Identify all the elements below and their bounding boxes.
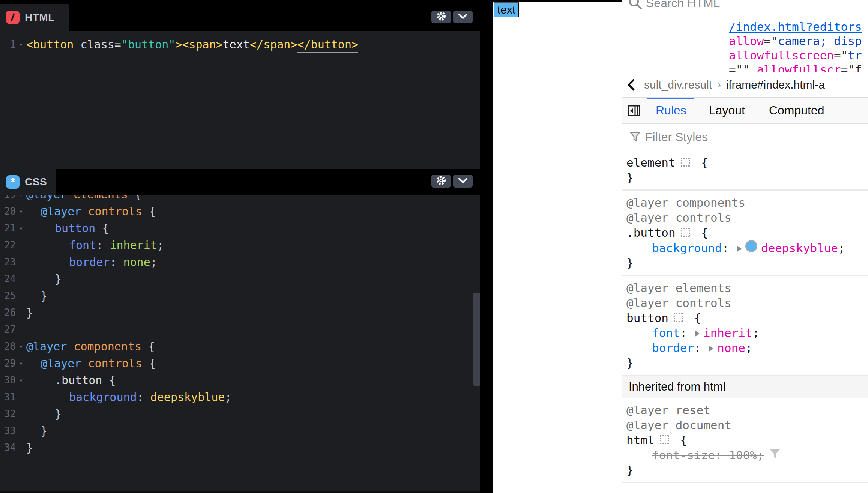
code-segment: ="" [729,63,757,72]
code-segment: camera; disp [778,34,862,48]
css-collapse-button[interactable] [453,175,473,188]
css-settings-button[interactable] [431,175,451,188]
filter-styles-input[interactable]: Filter Styles [622,124,868,150]
code-text: button { [626,310,701,325]
html-settings-button[interactable] [431,11,451,23]
breadcrumb-item-result[interactable]: sult_div.result [644,78,712,91]
code-segment: @layer reset [626,403,710,417]
code-fold-icon[interactable]: ▾ [16,195,26,203]
code-text: .button { [26,372,116,389]
code-text: @layer controls { [26,203,156,220]
rule-line: } [626,463,868,478]
breadcrumb-divider [640,72,640,97]
rule-layer-reset[interactable]: @layer reset@layer documenthtml {font-si… [622,398,868,483]
code-text: border: none; [26,254,157,271]
breadcrumb-item-iframe[interactable]: iframe#index.html-a [726,78,825,91]
css-code-editor[interactable]: 19▾@layer elements {20▾@layer controls {… [0,195,480,484]
code-segment: deepskyblue [150,391,225,404]
code-fold-icon[interactable]: ▾ [16,355,26,372]
active-tab-indicator [647,98,694,99]
code-segment: } [26,441,33,454]
line-number: 34 [0,439,16,456]
rule-line: background: deepskyblue; [626,240,868,255]
code-fold-spacer [16,304,26,321]
code-segment: @layer document [626,418,731,432]
code-segment: border [652,341,694,355]
breadcrumb: sult_div.result › iframe#index.html-a [622,72,868,98]
code-fold-icon[interactable]: ▾ [16,372,26,389]
line-number: 26 [0,304,16,321]
code-fold-icon[interactable]: ▾ [16,338,26,355]
code-segment: > [175,38,182,51]
rules-view: element {} @layer components@layer contr… [622,150,868,483]
code-text: html { [626,433,687,448]
code-segment: @layer elements [626,281,731,295]
rendered-demo-button[interactable]: text [494,2,519,17]
line-number: 25 [0,287,16,304]
line-number: 20 [0,203,16,220]
dotted-icon [681,158,690,167]
editor-bottom-edge [0,491,480,493]
rule-layer-components[interactable]: @layer components@layer controls.button … [622,191,868,276]
code-fold-icon[interactable]: ▾ [16,36,26,53]
rule-line: @layer elements [626,280,868,295]
html-collapse-button[interactable] [453,11,473,23]
markup-view[interactable]: /index.html?editorsallow="camera; dispal… [622,14,868,72]
funnel-icon [629,131,641,143]
search-icon [628,0,643,12]
code-fold-spacer [16,389,26,406]
code-segment: allowfullscreen [729,48,834,62]
code-fold-spacer [16,287,26,304]
breadcrumb-back-button[interactable] [622,72,640,97]
css-editor-scrollbar[interactable] [473,293,480,386]
devtools-panel: Search HTML /index.html?editorsallow="ca… [622,0,868,493]
rule-layer-elements[interactable]: @layer elements@layer controlsbutton {fo… [622,276,868,376]
code-fold-icon[interactable]: ▾ [16,220,26,237]
tab-computed[interactable]: Computed [769,104,824,117]
dotted-icon [681,228,690,237]
code-text: } [26,271,62,287]
line-number: 24 [0,271,16,287]
editor-column: HTML 1▾<button class="button"><span>text… [0,0,480,493]
code-text: @layer reset [626,403,710,418]
rule-line: @layer document [626,418,868,433]
css-code-line: 21▾button { [0,220,480,237]
code-segment: : [722,241,736,255]
rule-element[interactable]: element {} [622,150,868,191]
exp-icon[interactable] [709,345,713,352]
code-segment: allowfullscr [757,63,841,72]
code-segment: html [626,433,655,447]
dotted-icon [660,435,669,444]
dotted-icon [674,313,683,322]
code-text: element { [626,155,708,170]
code-segment: =" [834,48,848,62]
code-segment [81,357,88,370]
code-text: border: none; [626,340,752,355]
html-code-editor[interactable]: 1▾<button class="button"><span>text</spa… [0,31,480,169]
devtools-search-bar[interactable]: Search HTML [622,0,868,14]
code-segment: { [694,156,708,169]
sidebar-toggle-button[interactable] [628,105,640,117]
rule-line: } [626,255,868,270]
rule-line: font: inherit; [626,325,868,340]
code-segment: { [95,222,109,235]
tab-layout[interactable]: Layout [709,104,745,117]
exp-icon[interactable] [695,330,700,337]
code-segment: <span> [182,38,222,51]
code-segment: none [717,341,745,355]
code-segment: : [694,341,708,355]
html-editor-tab[interactable]: HTML [0,4,69,31]
rule-line: @layer controls [626,295,868,310]
code-text: background: deepskyblue; [26,389,232,406]
exp-icon[interactable] [737,245,742,252]
tab-rules[interactable]: Rules [656,104,686,117]
code-segment: @layer controls [626,211,731,224]
devtools-sidebar-tabs: Rules Layout Computed [622,98,868,124]
code-fold-icon[interactable]: ▾ [16,203,26,220]
code-text: font: inherit; [26,237,164,254]
code-segment: button [55,222,95,235]
css-editor-tab[interactable]: * CSS [0,169,56,195]
rule-line: } [626,355,868,370]
code-text: } [626,463,634,478]
code-segment: } [626,356,634,370]
